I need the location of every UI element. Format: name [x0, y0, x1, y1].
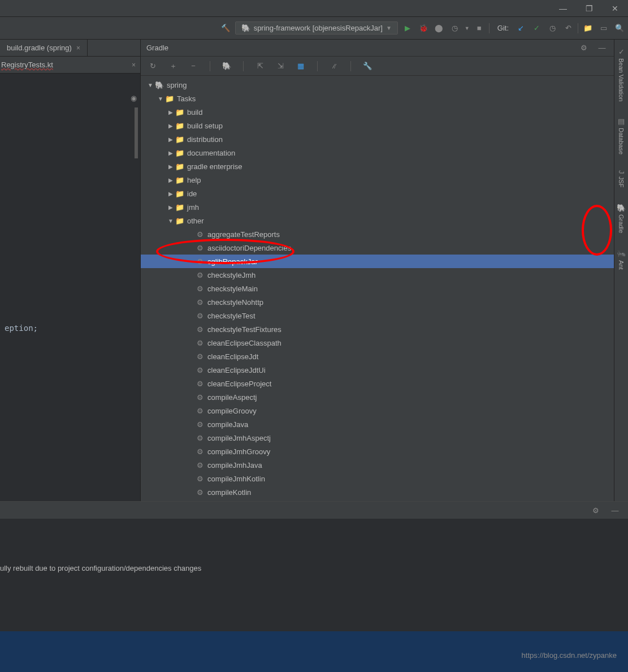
maximize-button[interactable]: ❐ [576, 0, 602, 17]
tree-arrow-icon[interactable] [167, 177, 175, 183]
git-update-button[interactable]: ↙ [514, 22, 527, 35]
build-hammer-icon[interactable]: 🔨 [219, 22, 232, 35]
sidebar-tab-gradle[interactable]: 🐘Gradle [616, 199, 627, 238]
gradle-refresh-button[interactable]: ↻ [146, 60, 159, 72]
sidebar-tab-jsf[interactable]: JJSF [616, 166, 627, 192]
stop-button[interactable]: ■ [473, 22, 486, 35]
search-button[interactable]: 🔍 [613, 22, 626, 35]
gradle-folder-distribution-icon: 📁 [175, 135, 185, 144]
sidebar-tab-ant[interactable]: 🐜Ant [616, 244, 627, 274]
main-toolbar: 🔨 🐘 spring-framework [objenesisRepackJar… [0, 17, 628, 40]
gradle-build-button[interactable]: ⫽ [328, 60, 340, 72]
gradle-task-cleanEclipseJdtUi[interactable]: ⚙cleanEclipseJdtUi [141, 363, 614, 377]
gradle-folder-distribution[interactable]: 📁distribution [141, 132, 614, 146]
gradle-settings-gear-icon[interactable]: ⚙ [578, 42, 590, 54]
profile-button[interactable]: ◷ [449, 22, 461, 35]
gradle-task-checkstyleMain[interactable]: ⚙checkstyleMain [141, 282, 614, 295]
gradle-folder-documentation[interactable]: 📁documentation [141, 146, 614, 160]
gradle-task-cleanEclipseClasspath[interactable]: ⚙cleanEclipseClasspath [141, 336, 614, 350]
gradle-task-aggregateTestReports[interactable]: ⚙aggregateTestReports [141, 227, 614, 241]
gradle-folder-build[interactable]: 📁build [141, 105, 614, 119]
tree-item-label: compileGroovy [207, 407, 257, 415]
gradle-task-compileJmhKotlin[interactable]: ⚙compileJmhKotlin [141, 472, 614, 485]
sidebar-tab-label: Bean Validation [618, 58, 625, 101]
tree-arrow-icon[interactable] [167, 150, 175, 156]
editor-tab-build-gradle[interactable]: build.gradle (spring) × [0, 40, 88, 56]
debug-button[interactable]: 🐞 [417, 22, 430, 35]
gradle-execute-task-button[interactable]: 🐘 [220, 60, 233, 72]
git-rollback-button[interactable]: ↶ [562, 22, 574, 35]
tree-arrow-icon[interactable] [167, 204, 175, 210]
tree-arrow-icon[interactable] [167, 218, 175, 224]
tree-arrow-icon[interactable] [157, 96, 164, 102]
tree-arrow-icon[interactable] [167, 123, 175, 129]
gradle-task-cleanEclipseProject[interactable]: ⚙cleanEclipseProject [141, 377, 614, 390]
gradle-folder-jmh[interactable]: 📁jmh [141, 200, 614, 214]
gradle-remove-button[interactable]: − [187, 60, 200, 72]
gradle-task-checkstyleTestFixtures[interactable]: ⚙checkstyleTestFixtures [141, 322, 614, 336]
gradle-task-checkstyleNohttp[interactable]: ⚙checkstyleNohttp [141, 295, 614, 309]
gradle-task-compileJava-icon: ⚙ [195, 420, 205, 429]
gradle-folder-ide[interactable]: 📁ide [141, 187, 614, 200]
bottom-settings-gear-icon[interactable]: ⚙ [590, 504, 602, 516]
gradle-tasks-folder[interactable]: 📁Tasks [141, 92, 614, 105]
gradle-task-cglibRepackJar[interactable]: ⚙cglibRepackJar [141, 255, 614, 268]
tree-item-label: compileKotlin [207, 488, 251, 497]
toggle-sidebar-button[interactable]: ▭ [597, 22, 610, 35]
tree-item-label: build setup [187, 122, 223, 130]
bottom-minimize-button[interactable]: — [609, 504, 621, 516]
coverage-button[interactable]: ⬤ [433, 22, 445, 35]
gradle-task-compileJmhAspectj[interactable]: ⚙compileJmhAspectj [141, 431, 614, 445]
gradle-task-compileJmhGroovy[interactable]: ⚙compileJmhGroovy [141, 445, 614, 458]
tree-item-label: Tasks [177, 94, 196, 103]
run-button[interactable]: ▶ [401, 22, 414, 35]
gradle-expand-button[interactable]: ⇱ [254, 60, 266, 72]
gradle-task-compileAspectj[interactable]: ⚙compileAspectj [141, 390, 614, 404]
run-config-label: spring-framework [objenesisRepackJar] [254, 24, 383, 32]
gradle-task-compileJava[interactable]: ⚙compileJava [141, 417, 614, 431]
open-folder-button[interactable]: 📁 [582, 22, 594, 35]
gradle-folder-other[interactable]: 📁other [141, 214, 614, 227]
sidebar-tab-database[interactable]: ▤Database [616, 113, 627, 159]
editor-tab-label: build.gradle (spring) [7, 44, 72, 52]
sidebar-tab-label: Ant [618, 260, 625, 270]
tree-item-label: cglibRepackJar [207, 257, 258, 266]
gradle-folder-help[interactable]: 📁help [141, 173, 614, 187]
gradle-wrench-button[interactable]: 🔧 [361, 60, 374, 72]
gradle-collapse-button[interactable]: ⇲ [274, 60, 287, 72]
run-configuration-dropdown[interactable]: 🐘 spring-framework [objenesisRepackJar] … [235, 21, 398, 35]
git-history-button[interactable]: ◷ [546, 22, 558, 35]
gradle-task-compileKotlin[interactable]: ⚙compileKotlin [141, 485, 614, 499]
tree-item-label: checkstyleNohttp [207, 298, 263, 307]
tree-arrow-icon[interactable] [167, 136, 175, 143]
gradle-task-cleanEclipseJdt[interactable]: ⚙cleanEclipseJdt [141, 350, 614, 363]
close-tab-icon[interactable]: × [76, 44, 80, 52]
tree-arrow-icon[interactable] [167, 163, 175, 170]
editor-tab-registry[interactable]: RegistryTests.kt [0, 61, 53, 69]
gradle-task-aggregateTestReports-icon: ⚙ [195, 230, 205, 239]
gradle-task-compileGroovy[interactable]: ⚙compileGroovy [141, 404, 614, 417]
gradle-task-checkstyleJmh[interactable]: ⚙checkstyleJmh [141, 268, 614, 282]
git-commit-button[interactable]: ✓ [530, 22, 543, 35]
gradle-task-cleanEclipseProject-icon: ⚙ [195, 380, 205, 388]
close-tab-icon[interactable]: × [132, 61, 136, 69]
gradle-project-root[interactable]: 🐘spring [141, 78, 614, 92]
code-line: eption; [0, 322, 140, 334]
tree-item-label: compileJmhJava [207, 461, 262, 469]
tree-arrow-icon[interactable] [167, 191, 175, 197]
gradle-task-asciidoctoriDependencies[interactable]: ⚙asciidoctoriDependencies [141, 241, 614, 255]
tree-arrow-icon[interactable] [146, 82, 154, 88]
gradle-add-button[interactable]: ＋ [167, 60, 179, 72]
tree-item-label: checkstyleMain [207, 285, 258, 293]
gradle-task-compileJmhJava[interactable]: ⚙compileJmhJava [141, 458, 614, 472]
watch-icon[interactable]: ◉ [131, 94, 137, 102]
gradle-folder-build-setup[interactable]: 📁build setup [141, 119, 614, 132]
gradle-minimize-button[interactable]: — [596, 42, 608, 54]
tree-arrow-icon[interactable] [167, 109, 175, 115]
gradle-folder-gradle-enterprise[interactable]: 📁gradle enterprise [141, 160, 614, 173]
gradle-offline-button[interactable]: ▦ [294, 60, 307, 72]
sidebar-tab-bean-validation[interactable]: ✓Bean Validation [616, 43, 627, 106]
gradle-task-checkstyleTest[interactable]: ⚙checkstyleTest [141, 309, 614, 322]
close-button[interactable]: ✕ [602, 0, 628, 17]
minimize-button[interactable]: — [550, 0, 576, 17]
